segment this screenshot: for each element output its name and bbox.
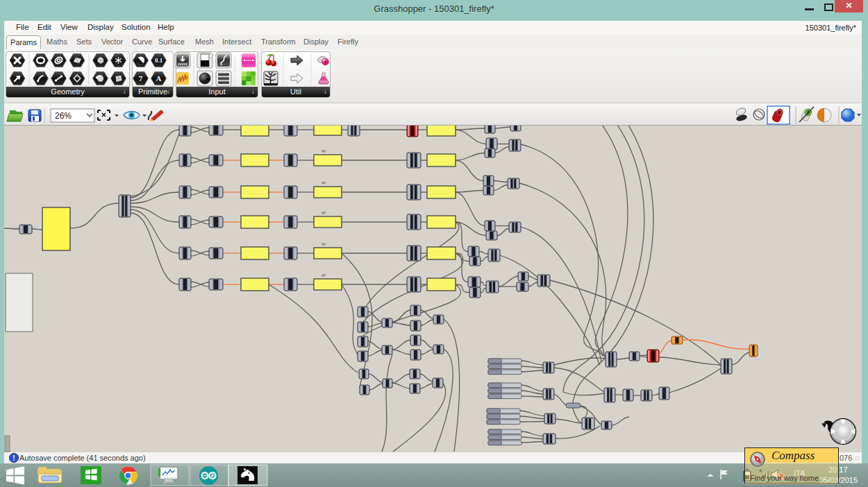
- svg-text:0.1: 0.1: [155, 57, 163, 64]
- svg-text:!: !: [12, 454, 15, 462]
- svg-text:ay: ay: [322, 148, 326, 153]
- svg-text:gx: gx: [322, 210, 326, 214]
- svg-text:gy: gy: [322, 241, 326, 246]
- svg-text:7: 7: [139, 74, 143, 83]
- svg-text:A: A: [156, 74, 162, 83]
- svg-text:az: az: [322, 180, 326, 185]
- svg-text:gz: gz: [322, 273, 326, 277]
- svg-text:26%: 26%: [55, 111, 72, 121]
